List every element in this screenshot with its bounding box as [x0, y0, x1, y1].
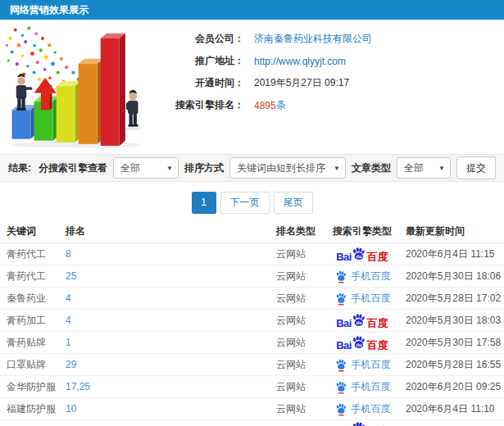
keyword-cell: 膏药加工	[0, 314, 66, 328]
svg-text:du: du	[356, 342, 361, 347]
rank-count-label: 搜索引擎排名：	[149, 98, 244, 112]
last-page-button[interactable]: 尾页	[274, 192, 313, 214]
mobile-baidu-badge: 手机百度	[334, 358, 391, 372]
baidu-logo: Bai du 百度	[336, 334, 388, 351]
info-row-url: 推广地址： http://www.qlyyjt.com	[149, 50, 372, 72]
updated-time-cell: 2020年6月20日 09:25	[399, 380, 504, 394]
rank-link[interactable]: 8	[66, 248, 276, 260]
updated-time-cell: 2020年5月28日 17:02	[399, 292, 504, 306]
table-row: 金华防护服 17,25 云网站 手机百度 2020年6月20日 09:25	[0, 376, 504, 398]
open-time-label: 开通时间：	[149, 76, 244, 90]
updated-time-cell: 2020年5月28日 16:55	[399, 358, 504, 372]
bar-orange-icon	[79, 59, 103, 144]
bar-yellow-icon	[57, 81, 81, 143]
hero-chart-svg	[0, 20, 149, 147]
sort-select[interactable]: 关键词由短到长排序 ▼	[229, 157, 346, 179]
results-table: 关键词 排名 排名类型 搜索引擎类型 最新更新时间 膏药代工 8 云网站 Bai…	[0, 220, 504, 426]
chevron-down-icon: ▼	[334, 165, 340, 172]
baidu-logo: Bai du 百度	[336, 420, 388, 426]
results-label: 结果:	[8, 161, 31, 175]
page-number-current[interactable]: 1	[192, 192, 216, 214]
rank-count-value: 4895	[254, 100, 276, 111]
header-keyword: 关键词	[0, 224, 66, 238]
info-section: 会员公司： 济南秦鲁药业科技有限公司 推广地址： http://www.qlyy…	[0, 20, 504, 154]
engine-type-cell: 手机百度	[325, 402, 399, 416]
table-row: Bai du 百度	[0, 420, 504, 426]
mobile-baidu-badge: 手机百度	[334, 270, 391, 283]
table-header-row: 关键词 排名 排名类型 搜索引擎类型 最新更新时间	[0, 220, 504, 243]
promo-url-label: 推广地址：	[149, 54, 244, 68]
rank-type-cell: 云网站	[276, 380, 325, 394]
engine-type-cell: Bai du 百度	[325, 420, 399, 426]
rank-link[interactable]: 4	[66, 315, 276, 326]
submit-button[interactable]: 提交	[456, 156, 496, 179]
rank-link[interactable]: 17,25	[66, 381, 276, 392]
baidu-paw-icon: du	[351, 312, 366, 328]
engine-type-cell: 手机百度	[325, 380, 399, 394]
table-row: 口罩贴牌 29 云网站 手机百度 2020年5月28日 16:55	[0, 354, 504, 376]
engine-select[interactable]: 全部 ▼	[113, 157, 179, 179]
keyword-cell: 膏药代工	[0, 270, 66, 283]
company-label: 会员公司：	[149, 32, 244, 46]
header-rank: 排名	[66, 224, 276, 238]
pagination: 1 下一页 尾页	[0, 182, 504, 217]
rank-type-cell: 云网站	[276, 314, 325, 328]
header-updated: 最新更新时间	[399, 224, 504, 238]
baidu-logo: Bai du 百度	[336, 312, 388, 329]
article-type-select[interactable]: 全部 ▼	[397, 157, 451, 179]
engine-type-cell: Bai du 百度	[325, 312, 399, 329]
article-type-value: 全部	[404, 161, 424, 175]
keyword-cell: 膏药代工	[0, 247, 66, 261]
updated-time-cell: 2020年5月30日 17:58	[399, 336, 504, 350]
rank-link[interactable]: 25	[66, 270, 276, 282]
company-name-link[interactable]: 济南秦鲁药业科技有限公司	[254, 32, 372, 46]
company-info-panel: 会员公司： 济南秦鲁药业科技有限公司 推广地址： http://www.qlyy…	[149, 20, 372, 154]
baidu-paw-icon: du	[351, 420, 366, 426]
mobile-baidu-paw-icon	[334, 292, 347, 306]
updated-time-cell: 2020年6月4日 11:15	[399, 247, 504, 261]
businessman-right-icon	[125, 90, 142, 130]
rank-link[interactable]: 1	[66, 337, 276, 348]
results-table-body: 膏药代工 8 云网站 Bai du 百度 2020年6月4日 11:15 膏药代…	[0, 243, 504, 426]
sort-select-value: 关键词由短到长排序	[237, 161, 325, 175]
mobile-baidu-badge: 手机百度	[334, 402, 391, 416]
engine-type-cell: 手机百度	[325, 358, 399, 372]
mobile-baidu-paw-icon	[334, 402, 347, 416]
header-engine-type: 搜索引擎类型	[325, 224, 399, 238]
baidu-logo: Bai du 百度	[336, 246, 388, 262]
next-page-button[interactable]: 下一页	[220, 192, 270, 214]
mobile-baidu-paw-icon	[334, 358, 347, 372]
mobile-baidu-badge: 手机百度	[334, 380, 391, 394]
engine-type-cell: 手机百度	[325, 292, 399, 306]
rank-type-cell: 云网站	[276, 292, 325, 306]
titlebar: 网络营销效果展示	[0, 0, 504, 20]
mobile-baidu-paw-icon	[334, 380, 347, 394]
rank-type-cell: 云网站	[276, 358, 325, 372]
bar-red-icon	[101, 34, 125, 146]
chevron-down-icon: ▼	[166, 165, 173, 172]
table-row: 膏药代工 25 云网站 手机百度 2020年5月30日 18:06	[0, 265, 504, 288]
rank-type-cell: 云网站	[276, 270, 325, 283]
filter-controls: 分搜索引擎查看 全部 ▼ 排序方式 关键词由短到长排序 ▼ 文章类型 全部 ▼ …	[39, 156, 496, 179]
info-row-open-time: 开通时间： 2019年5月27日 09:17	[149, 72, 372, 94]
table-row: 膏药贴牌 1 云网站 Bai du 百度 2020年5月30日 17:58	[0, 332, 504, 354]
keyword-cell: 福建防护服	[0, 402, 66, 416]
info-row-rank-count: 搜索引擎排名： 4895 条	[149, 94, 372, 116]
promo-url-link[interactable]: http://www.qlyyjt.com	[254, 56, 346, 67]
sort-filter-label: 排序方式	[184, 161, 224, 175]
keyword-cell: 口罩贴牌	[0, 358, 66, 372]
rank-link[interactable]: 10	[66, 403, 276, 415]
growth-bar-chart-illustration	[0, 20, 149, 147]
rank-link[interactable]: 4	[66, 292, 276, 304]
svg-text:du: du	[356, 320, 361, 325]
baidu-paw-icon: du	[351, 334, 366, 350]
mobile-baidu-paw-icon	[334, 270, 347, 283]
keyword-cell: 膏药贴牌	[0, 336, 66, 350]
rank-link[interactable]: 29	[66, 359, 276, 370]
table-row: 膏药加工 4 云网站 Bai du 百度 2020年5月30日 18:03	[0, 310, 504, 332]
updated-time-cell: 2020年5月30日 18:06	[399, 270, 504, 283]
filter-bar: 结果: 分搜索引擎查看 全部 ▼ 排序方式 关键词由短到长排序 ▼ 文章类型 全…	[0, 154, 504, 182]
engine-filter-label: 分搜索引擎查看	[39, 161, 107, 175]
updated-time-cell: 2020年6月4日 11:10	[399, 402, 504, 416]
engine-type-cell: Bai du 百度	[325, 246, 399, 262]
